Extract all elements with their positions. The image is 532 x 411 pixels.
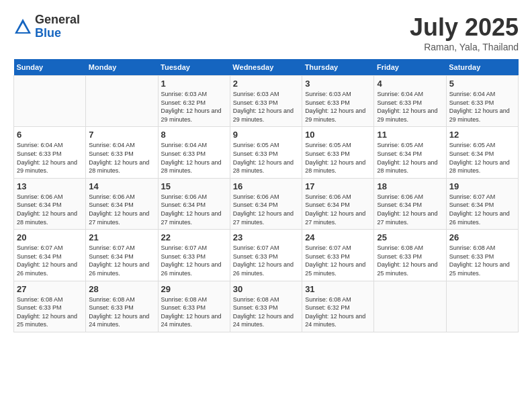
day-info: Sunrise: 6:04 AMSunset: 6:33 PMDaylight:… [377,90,443,124]
calendar-cell: 13Sunrise: 6:06 AMSunset: 6:34 PMDayligh… [14,178,86,229]
day-info: Sunrise: 6:08 AMSunset: 6:33 PMDaylight:… [17,295,83,329]
day-info: Sunrise: 6:07 AMSunset: 6:33 PMDaylight:… [161,244,227,277]
calendar-cell: 16Sunrise: 6:06 AMSunset: 6:34 PMDayligh… [230,178,302,229]
calendar-cell: 7Sunrise: 6:04 AMSunset: 6:33 PMDaylight… [86,127,158,178]
day-number: 1 [161,79,227,89]
day-number: 24 [305,232,371,242]
logo-general: General [35,13,80,27]
day-info: Sunrise: 6:06 AMSunset: 6:34 PMDaylight:… [377,193,443,226]
day-number: 28 [89,284,154,294]
calendar-cell: 4Sunrise: 6:04 AMSunset: 6:33 PMDaylight… [374,76,446,127]
day-info: Sunrise: 6:08 AMSunset: 6:33 PMDaylight:… [161,295,227,329]
calendar-cell: 27Sunrise: 6:08 AMSunset: 6:33 PMDayligh… [14,281,86,332]
day-info: Sunrise: 6:07 AMSunset: 6:34 PMDaylight:… [89,244,154,277]
calendar-cell: 29Sunrise: 6:08 AMSunset: 6:33 PMDayligh… [158,281,230,332]
weekday-header-thursday: Thursday [302,59,374,76]
day-number: 4 [377,79,443,89]
day-info: Sunrise: 6:07 AMSunset: 6:34 PMDaylight:… [17,244,83,277]
day-number: 9 [233,130,299,140]
weekday-header-tuesday: Tuesday [158,59,230,76]
calendar-cell: 17Sunrise: 6:06 AMSunset: 6:34 PMDayligh… [302,178,374,229]
calendar-cell: 22Sunrise: 6:07 AMSunset: 6:33 PMDayligh… [158,230,230,281]
calendar-cell: 15Sunrise: 6:06 AMSunset: 6:34 PMDayligh… [158,178,230,229]
day-info: Sunrise: 6:08 AMSunset: 6:33 PMDaylight:… [377,244,443,277]
day-info: Sunrise: 6:08 AMSunset: 6:32 PMDaylight:… [305,295,371,329]
day-info: Sunrise: 6:04 AMSunset: 6:33 PMDaylight:… [89,141,154,175]
day-info: Sunrise: 6:05 AMSunset: 6:34 PMDaylight:… [377,141,443,175]
day-info: Sunrise: 6:03 AMSunset: 6:33 PMDaylight:… [305,90,371,124]
calendar-cell: 31Sunrise: 6:08 AMSunset: 6:32 PMDayligh… [302,281,374,332]
page-header: General Blue July 2025 Raman, Yala, Thai… [13,13,519,52]
day-number: 31 [305,284,371,294]
calendar-cell: 5Sunrise: 6:04 AMSunset: 6:33 PMDaylight… [446,76,518,127]
day-number: 23 [233,232,299,242]
day-info: Sunrise: 6:06 AMSunset: 6:34 PMDaylight:… [17,193,83,226]
weekday-header-friday: Friday [374,59,446,76]
calendar-cell: 23Sunrise: 6:07 AMSunset: 6:33 PMDayligh… [230,230,302,281]
logo-icon [13,17,32,36]
week-row-1: 1Sunrise: 6:03 AMSunset: 6:32 PMDaylight… [14,76,519,127]
calendar-cell: 9Sunrise: 6:05 AMSunset: 6:33 PMDaylight… [230,127,302,178]
day-info: Sunrise: 6:06 AMSunset: 6:34 PMDaylight:… [89,193,154,226]
day-number: 29 [161,284,227,294]
calendar-cell: 6Sunrise: 6:04 AMSunset: 6:33 PMDaylight… [14,127,86,178]
day-number: 11 [377,130,443,140]
day-number: 12 [449,130,515,140]
day-number: 2 [233,79,299,89]
day-number: 6 [17,130,83,140]
day-number: 14 [89,181,154,191]
week-row-5: 27Sunrise: 6:08 AMSunset: 6:33 PMDayligh… [14,281,519,332]
day-number: 16 [233,181,299,191]
day-number: 18 [377,181,443,191]
location: Raman, Yala, Thailand [410,42,519,52]
day-info: Sunrise: 6:06 AMSunset: 6:34 PMDaylight:… [305,193,371,226]
day-number: 20 [17,232,83,242]
calendar-cell: 11Sunrise: 6:05 AMSunset: 6:34 PMDayligh… [374,127,446,178]
calendar-cell [86,76,158,127]
calendar-cell [446,281,518,332]
day-info: Sunrise: 6:05 AMSunset: 6:34 PMDaylight:… [449,141,515,175]
calendar-cell: 10Sunrise: 6:05 AMSunset: 6:33 PMDayligh… [302,127,374,178]
day-info: Sunrise: 6:03 AMSunset: 6:32 PMDaylight:… [161,90,227,124]
calendar-cell: 21Sunrise: 6:07 AMSunset: 6:34 PMDayligh… [86,230,158,281]
weekday-header-row: SundayMondayTuesdayWednesdayThursdayFrid… [14,59,519,76]
day-number: 7 [89,130,154,140]
day-number: 22 [161,232,227,242]
day-number: 27 [17,284,83,294]
calendar-cell: 1Sunrise: 6:03 AMSunset: 6:32 PMDaylight… [158,76,230,127]
calendar-cell: 30Sunrise: 6:08 AMSunset: 6:33 PMDayligh… [230,281,302,332]
day-info: Sunrise: 6:08 AMSunset: 6:33 PMDaylight:… [233,295,299,329]
calendar-cell: 20Sunrise: 6:07 AMSunset: 6:34 PMDayligh… [14,230,86,281]
calendar-cell: 2Sunrise: 6:03 AMSunset: 6:33 PMDaylight… [230,76,302,127]
day-number: 5 [449,79,515,89]
week-row-3: 13Sunrise: 6:06 AMSunset: 6:34 PMDayligh… [14,178,519,229]
day-info: Sunrise: 6:06 AMSunset: 6:34 PMDaylight:… [233,193,299,226]
day-info: Sunrise: 6:05 AMSunset: 6:33 PMDaylight:… [305,141,371,175]
calendar-cell [14,76,86,127]
day-info: Sunrise: 6:08 AMSunset: 6:33 PMDaylight:… [449,244,515,277]
day-number: 21 [89,232,154,242]
calendar-cell: 18Sunrise: 6:06 AMSunset: 6:34 PMDayligh… [374,178,446,229]
calendar-cell: 25Sunrise: 6:08 AMSunset: 6:33 PMDayligh… [374,230,446,281]
day-number: 26 [449,232,515,242]
calendar-cell: 28Sunrise: 6:08 AMSunset: 6:33 PMDayligh… [86,281,158,332]
month-title: July 2025 [410,13,519,42]
day-info: Sunrise: 6:05 AMSunset: 6:33 PMDaylight:… [233,141,299,175]
logo-blue: Blue [35,27,80,40]
day-info: Sunrise: 6:04 AMSunset: 6:33 PMDaylight:… [161,141,227,175]
calendar-cell [374,281,446,332]
day-info: Sunrise: 6:04 AMSunset: 6:33 PMDaylight:… [17,141,83,175]
week-row-4: 20Sunrise: 6:07 AMSunset: 6:34 PMDayligh… [14,230,519,281]
day-info: Sunrise: 6:08 AMSunset: 6:33 PMDaylight:… [89,295,154,329]
day-number: 10 [305,130,371,140]
calendar-cell: 3Sunrise: 6:03 AMSunset: 6:33 PMDaylight… [302,76,374,127]
day-number: 19 [449,181,515,191]
weekday-header-wednesday: Wednesday [230,59,302,76]
week-row-2: 6Sunrise: 6:04 AMSunset: 6:33 PMDaylight… [14,127,519,178]
calendar-cell: 24Sunrise: 6:07 AMSunset: 6:33 PMDayligh… [302,230,374,281]
title-section: July 2025 Raman, Yala, Thailand [410,13,519,52]
weekday-header-monday: Monday [86,59,158,76]
day-info: Sunrise: 6:07 AMSunset: 6:33 PMDaylight:… [305,244,371,277]
day-number: 25 [377,232,443,242]
weekday-header-sunday: Sunday [14,59,86,76]
